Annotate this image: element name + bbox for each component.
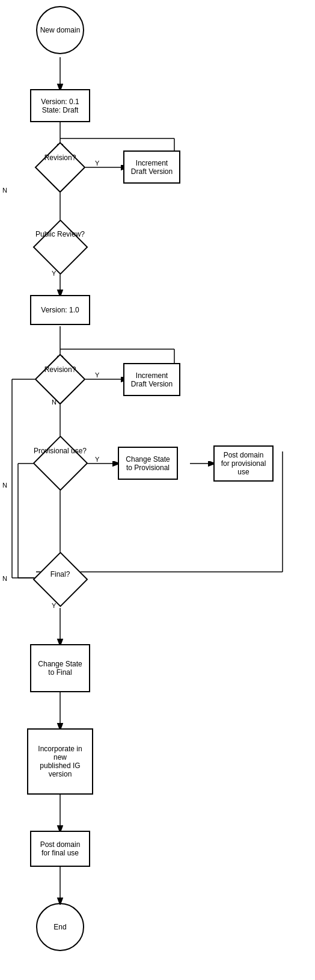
revision2-y-label: Y [95, 371, 99, 379]
provisional-label: Provisional use? [28, 447, 93, 455]
provisional-y-label: Y [95, 456, 99, 463]
increment2-label: IncrementDraft Version [131, 371, 173, 388]
state1-node: Version: 0.1State: Draft [30, 89, 90, 122]
start-node: New domain [36, 6, 84, 54]
final-diamond [33, 552, 88, 607]
incorporate-ig-label: Incorporate innewpublished IGversion [38, 745, 82, 778]
version10-node: Version: 1.0 [30, 295, 90, 325]
incorporate-ig-node: Incorporate innewpublished IGversion [27, 728, 93, 795]
revision1-diamond [35, 142, 86, 193]
change-state-provisional-label: Change Stateto Provisional [126, 455, 170, 472]
post-final-label: Post domainfor final use [40, 840, 81, 857]
flowchart-diagram: New domain Version: 0.1State: Draft Revi… [0, 0, 315, 980]
increment2-node: IncrementDraft Version [123, 363, 180, 396]
public-review-y-label: Y [52, 270, 56, 277]
revision2-diamond [35, 354, 86, 405]
change-state-final-node: Change Stateto Final [30, 644, 90, 692]
provisional-n-label: N [2, 482, 7, 489]
revision2-label: Revision? [31, 365, 89, 374]
state1-label: Version: 0.1State: Draft [41, 98, 79, 114]
revision1-y-label: Y [95, 160, 99, 167]
increment1-label: IncrementDraft Version [131, 159, 173, 176]
provisional-diamond [33, 436, 88, 491]
post-final-node: Post domainfor final use [30, 831, 90, 867]
revision1-n-label: N [2, 187, 7, 194]
start-label: New domain [40, 26, 81, 34]
final-n-label: N [2, 575, 7, 582]
public-review-label: Public Review? [28, 230, 93, 238]
change-state-provisional-node: Change Stateto Provisional [118, 447, 178, 480]
end-label: End [54, 923, 66, 931]
increment1-node: IncrementDraft Version [123, 150, 180, 184]
public-review-diamond [33, 220, 88, 275]
post-provisional-label: Post domainfor provisionaluse [221, 451, 266, 476]
change-state-final-label: Change Stateto Final [38, 660, 82, 677]
revision2-n-label: N [52, 399, 57, 406]
version10-label: Version: 1.0 [41, 306, 79, 314]
end-node: End [36, 903, 84, 951]
revision1-label: Revision? [31, 154, 89, 162]
post-provisional-node: Post domainfor provisionaluse [213, 445, 274, 482]
final-y-label: Y [52, 602, 56, 609]
final-label: Final? [36, 570, 84, 578]
